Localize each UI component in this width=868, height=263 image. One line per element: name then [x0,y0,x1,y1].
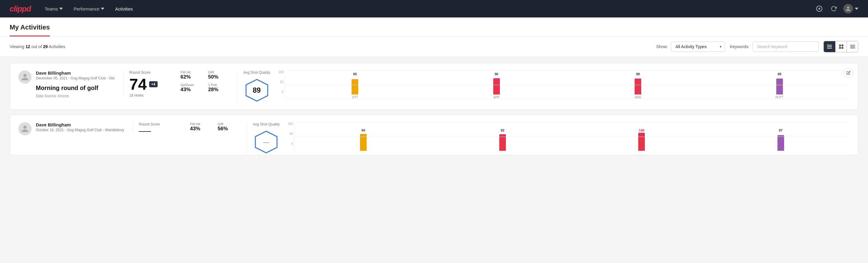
hexagon: 89 [245,78,269,102]
chart-container: 100 50 0 94 9 [286,122,850,151]
bar-ott [351,79,358,94]
gir-label: GIR [218,122,238,126]
avg-shot-quality-label: Avg Shot Quality [243,70,270,75]
chart-group-putt: 87 [712,128,850,151]
chart-container: 100 50 0 85 O [276,70,850,99]
avatar [18,70,32,84]
user-date: October 16, 2021 - Gog Magog Golf Club -… [36,128,124,132]
chart-group-ott: 85 OTT [285,72,425,99]
oneputt-stat: 1 Putt 28% [208,83,228,93]
hex-container: Avg Shot Quality — [253,122,280,154]
svg-rect-4 [827,46,832,47]
svg-rect-6 [839,45,841,46]
viewing-text: Viewing 12 out of 29 Activities [10,44,651,49]
activity-card: Dave Billingham October 16, 2021 - Gog M… [10,115,858,155]
bar-app [493,78,500,94]
y-axis: 100 50 0 [276,70,283,99]
svg-rect-9 [841,47,843,49]
nav-icons [814,4,858,13]
hex-container: Avg Shot Quality 89 [243,70,270,102]
svg-rect-7 [841,45,843,46]
gir-value: 50% [208,74,228,80]
svg-rect-12 [850,47,855,48]
user-info: Dave Billingham October 16, 2021 - Gog M… [36,122,124,132]
chart-with-axis: 100 50 0 94 9 [286,122,850,151]
oneputt-value: 28% [208,87,228,93]
stats-section: Round Score FW Hit 43% GIR 56% [133,122,238,132]
nav-item-teams[interactable]: Teams [40,4,67,14]
list-view-btn[interactable] [824,41,835,52]
page-title: My Activities [10,18,50,36]
bar-arg [638,133,645,151]
shot-quality-section: Avg Shot Quality — 100 50 0 [247,122,850,154]
add-icon[interactable] [814,4,824,13]
gir-label: GIR [208,70,228,74]
refresh-icon[interactable] [829,4,839,13]
activity-type-select-wrapper[interactable]: All Activity Types [671,41,725,52]
activity-title: Morning round of golf [36,85,115,91]
compact-view-btn[interactable] [847,41,858,52]
svg-rect-3 [827,45,832,46]
page-header: My Activities [0,18,868,37]
nav-item-activities[interactable]: Activities [111,4,137,14]
fw-hit-label: FW Hit [190,122,211,126]
grid-view-btn[interactable] [835,41,847,52]
y-axis: 100 50 0 [286,122,293,151]
logo[interactable]: clippd [10,4,31,13]
score-number: 74 [129,77,147,92]
user-section: Dave Billingham December 05, 2021 - Gog … [18,70,115,98]
fw-hit-stat: FW Hit 62% [181,70,201,80]
activities-list: Dave Billingham December 05, 2021 - Gog … [0,57,868,161]
oneputt-label: 1 Putt [208,83,228,87]
svg-rect-5 [827,48,832,49]
search-input[interactable] [752,41,819,52]
fw-hit-value: 62% [181,74,201,80]
svg-rect-8 [839,47,841,49]
mini-stats: FW Hit 62% GIR 50% Up/Down 43% 1 Putt 28… [181,70,228,93]
updown-label: Up/Down [181,83,201,87]
hex-value: — [263,139,269,146]
score-dash [139,131,151,132]
bar-arg [634,79,641,94]
user-name: Dave Billingham [36,70,115,76]
svg-rect-10 [850,45,855,46]
user-section: Dave Billingham October 16, 2021 - Gog M… [18,122,124,136]
gir-stat: GIR 56% [218,122,238,132]
score-holes: 18 Holes [129,93,168,97]
svg-rect-13 [850,48,855,49]
user-info: Dave Billingham December 05, 2021 - Gog … [36,70,115,98]
shot-quality-section: Avg Shot Quality 89 100 50 0 [237,70,850,102]
bars-area: 94 92 106 [294,122,850,151]
nav-item-performance[interactable]: Performance [69,4,108,14]
avg-shot-quality-label: Avg Shot Quality [253,122,280,126]
view-toggle [824,41,858,52]
chart-group-arg: 106 [572,128,711,151]
gir-stat: GIR 50% [208,70,228,80]
viewing-total: 29 [43,44,48,49]
fw-hit-label: FW Hit [181,70,201,74]
show-filter: Show: All Activity Types [656,41,725,52]
chart-group-ott: 94 [294,128,433,151]
user-date: December 05, 2021 - Gog Magog Golf Club … [36,76,115,80]
mini-stats: FW Hit 43% GIR 56% [190,122,238,132]
activity-type-select[interactable]: All Activity Types [671,41,725,52]
avatar [18,122,32,136]
round-score-label: Round Score [139,122,178,126]
bar-putt [777,135,784,151]
user-avatar-btn[interactable] [843,4,858,13]
fw-hit-value: 43% [190,126,211,132]
bar-putt [776,79,783,94]
chart-group-app: 90 APP [427,72,567,99]
viewing-count: 12 [26,44,30,49]
edit-button[interactable] [844,68,853,78]
fw-hit-stat: FW Hit 43% [190,122,211,132]
chart-group-putt: 89 PUTT [710,72,850,99]
score-main: 74 +4 [129,77,168,92]
stats-section: Round Score 74 +4 18 Holes FW Hit 62% GI… [123,70,228,97]
filter-bar: Viewing 12 out of 29 Activities Show: Al… [0,37,868,57]
hexagon: — [254,130,278,154]
round-score-label: Round Score [129,70,168,75]
round-score-block: Round Score 74 +4 18 Holes [129,70,168,97]
gir-value: 56% [218,126,238,132]
chart-with-axis: 100 50 0 85 O [276,70,850,99]
